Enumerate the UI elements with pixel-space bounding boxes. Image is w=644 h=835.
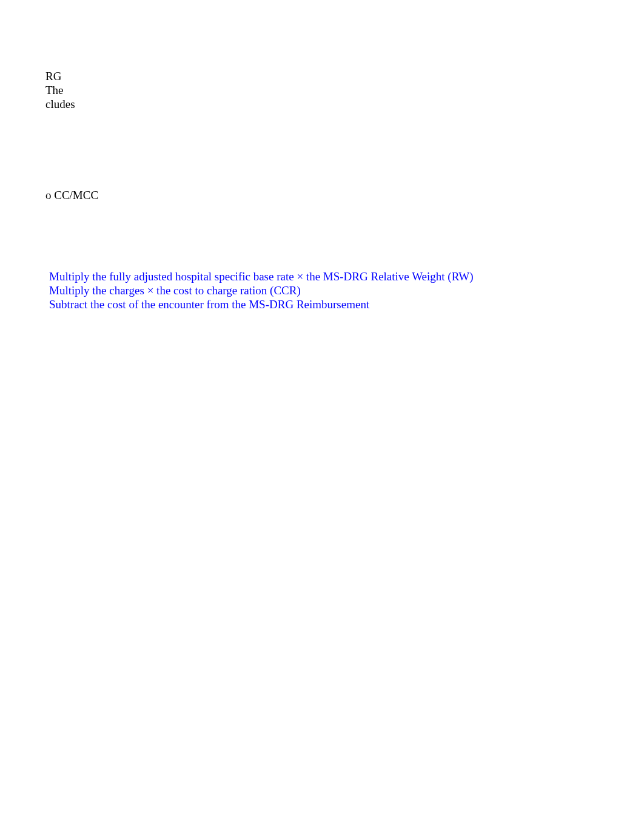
instruction-line: Multiply the charges × the cost to charg… [49, 284, 474, 298]
text-line: o CC/MCC [45, 189, 98, 203]
text-line: cludes [45, 98, 75, 112]
text-fragment-middle: o CC/MCC [45, 189, 98, 203]
instruction-line: Subtract the cost of the encounter from … [49, 298, 474, 312]
text-fragment-top: RG The cludes [45, 70, 75, 111]
instructions-block: Multiply the fully adjusted hospital spe… [49, 270, 474, 311]
text-line: RG [45, 70, 75, 84]
instruction-line: Multiply the fully adjusted hospital spe… [49, 270, 474, 284]
text-line: The [45, 84, 75, 98]
